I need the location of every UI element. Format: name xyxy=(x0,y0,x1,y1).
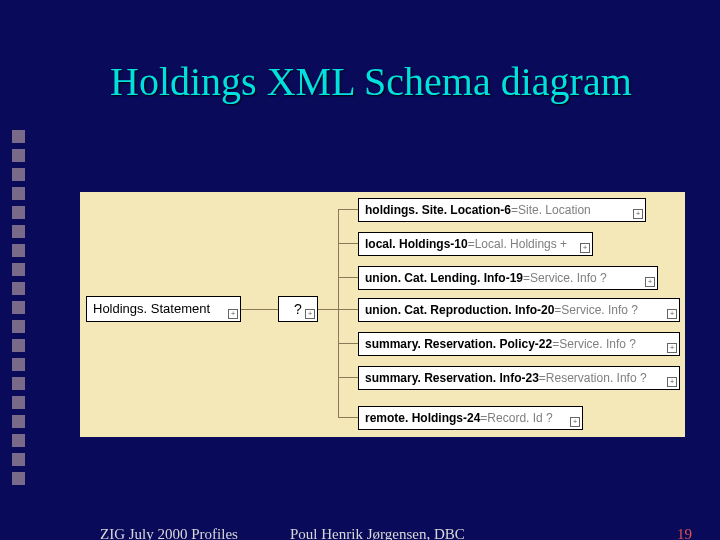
child-type: =Service. Info ? xyxy=(523,271,607,285)
child-element: holdings. Site. Location-6=Site. Locatio… xyxy=(358,198,646,222)
child-name: remote. Holdings-24 xyxy=(365,411,480,425)
expand-icon: + xyxy=(633,209,643,219)
slide-title: Holdings XML Schema diagram xyxy=(110,58,632,105)
expand-icon: + xyxy=(228,309,238,319)
child-name: holdings. Site. Location-6 xyxy=(365,203,511,217)
expand-icon: + xyxy=(570,417,580,427)
child-type: =Reservation. Info ? xyxy=(539,371,647,385)
child-name: union. Cat. Lending. Info-19 xyxy=(365,271,523,285)
child-type: =Service. Info ? xyxy=(552,337,636,351)
expand-icon: + xyxy=(645,277,655,287)
sequence-indicator: ? + xyxy=(278,296,318,322)
child-element: union. Cat. Lending. Info-19=Service. In… xyxy=(358,266,658,290)
child-type: =Record. Id ? xyxy=(480,411,552,425)
root-element: Holdings. Statement + xyxy=(86,296,241,322)
expand-icon: + xyxy=(667,309,677,319)
child-name: summary. Reservation. Policy-22 xyxy=(365,337,552,351)
child-type: =Site. Location xyxy=(511,203,591,217)
child-element: remote. Holdings-24=Record. Id ? + xyxy=(358,406,583,430)
child-element: union. Cat. Reproduction. Info-20=Servic… xyxy=(358,298,680,322)
expand-icon: + xyxy=(667,343,677,353)
child-element: summary. Reservation. Info-23=Reservatio… xyxy=(358,366,680,390)
child-type: =Local. Holdings + xyxy=(468,237,567,251)
expand-icon: + xyxy=(667,377,677,387)
child-name: union. Cat. Reproduction. Info-20 xyxy=(365,303,554,317)
slide-number: 19 xyxy=(677,526,692,540)
footer-center: Poul Henrik Jørgensen, DBC xyxy=(290,526,465,540)
bullet-rail xyxy=(12,130,25,491)
child-element: summary. Reservation. Policy-22=Service.… xyxy=(358,332,680,356)
footer-left: ZIG July 2000 Profiles xyxy=(100,526,238,540)
child-element: local. Holdings-10=Local. Holdings + + xyxy=(358,232,593,256)
expand-icon: + xyxy=(305,309,315,319)
child-name: local. Holdings-10 xyxy=(365,237,468,251)
child-type: =Service. Info ? xyxy=(554,303,638,317)
sequence-label: ? xyxy=(294,301,302,317)
schema-diagram: Holdings. Statement + ? + holdings. Site… xyxy=(80,192,685,437)
root-label: Holdings. Statement xyxy=(93,301,210,316)
expand-icon: + xyxy=(580,243,590,253)
child-name: summary. Reservation. Info-23 xyxy=(365,371,539,385)
